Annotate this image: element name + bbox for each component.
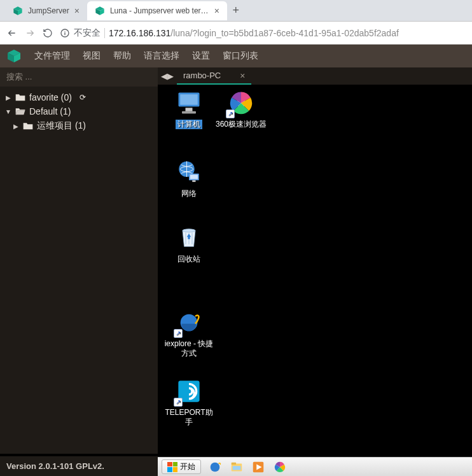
reload-button[interactable] [42, 27, 53, 39]
icon-label: 网络 [180, 189, 198, 199]
folder-open-icon [15, 107, 25, 116]
drag-handle-icon[interactable]: ◀▶ [158, 71, 177, 81]
tab-title: JumpServer [28, 6, 69, 15]
new-tab-button[interactable]: + [227, 4, 245, 17]
recycle-bin-icon [176, 225, 202, 251]
computer-icon [175, 89, 203, 117]
close-icon[interactable]: × [74, 6, 80, 16]
svg-rect-13 [180, 94, 198, 105]
icon-label: iexplore - 快捷方式 [160, 339, 218, 358]
close-icon[interactable]: × [214, 6, 219, 16]
folder-icon [23, 122, 33, 130]
svg-rect-19 [192, 180, 195, 182]
svg-rect-14 [186, 108, 193, 111]
asset-tree: ▶ favorite (0) ⟳ ▼ Default (1) ▶ 运维项目 (1… [0, 87, 158, 454]
caret-down-icon: ▼ [5, 108, 11, 115]
network-icon [176, 159, 202, 186]
menu-help[interactable]: 帮助 [113, 50, 131, 62]
shortcut-arrow-icon: ↗ [174, 329, 183, 338]
insecure-label: 不安全 [74, 27, 101, 39]
tree-node-project[interactable]: ▶ 运维项目 (1) [4, 118, 154, 134]
icon-label: 回收站 [176, 255, 202, 264]
browser-tab-jumpserver[interactable]: JumpServer × [5, 1, 87, 20]
info-icon [60, 28, 70, 38]
tree-label: 运维项目 (1) [37, 120, 86, 132]
svg-rect-18 [190, 175, 198, 179]
start-label: 开始 [180, 461, 195, 472]
desktop-icon-teleport[interactable]: ↗ TELEPORT助手 [160, 377, 218, 427]
cube-icon [13, 6, 23, 16]
menu-windows[interactable]: 窗口列表 [223, 50, 258, 62]
icon-label: 计算机 [176, 120, 202, 129]
url-host: 172.16.186.131 [109, 28, 170, 38]
session-tab-label: rambo-PC [183, 71, 221, 80]
app-logo-icon [6, 48, 22, 64]
session-tab-strip: ◀▶ rambo-PC × [158, 67, 472, 85]
icon-label: 360极速浏览器 [214, 120, 268, 129]
version-text: Version 2.0.1-101 GPLv2. [0, 454, 158, 476]
svg-point-20 [183, 229, 195, 232]
app-menu-bar: 文件管理 视图 帮助 语言选择 设置 窗口列表 [0, 45, 472, 67]
svg-point-24 [211, 462, 220, 472]
content-area: ◀▶ rambo-PC × 计算机 网络 [158, 67, 472, 476]
desktop-icon-360browser[interactable]: ↗ 360极速浏览器 [212, 89, 270, 129]
cube-icon [95, 6, 105, 16]
svg-rect-27 [233, 466, 241, 470]
session-tab[interactable]: rambo-PC × [177, 67, 251, 85]
tree-node-default[interactable]: ▼ Default (1) [4, 104, 154, 118]
svg-rect-15 [182, 111, 196, 114]
remote-desktop[interactable]: 计算机 网络 回收站 ↗ [158, 85, 472, 476]
taskbar-360-icon[interactable] [272, 459, 288, 475]
search-input[interactable]: 搜索 ... [0, 67, 158, 87]
menu-file-manage[interactable]: 文件管理 [34, 50, 70, 62]
menu-language[interactable]: 语言选择 [144, 50, 179, 62]
shortcut-arrow-icon: ↗ [174, 398, 183, 407]
tree-label: favorite (0) [29, 92, 72, 102]
forward-button[interactable] [24, 27, 36, 39]
url-path: /luna/?login_to=b5bd1a87-6ceb-41d1-95a1-… [170, 28, 398, 38]
taskbar-ie-icon[interactable] [207, 459, 223, 475]
icon-label: TELEPORT助手 [160, 408, 218, 427]
close-icon[interactable]: × [240, 71, 245, 81]
caret-right-icon: ▶ [13, 123, 19, 130]
sidebar: 搜索 ... ▶ favorite (0) ⟳ ▼ Default (1) ▶ … [0, 67, 158, 476]
caret-right-icon: ▶ [5, 94, 11, 101]
url-field[interactable]: 不安全 172.16.186.131/luna/?login_to=b5bd1a… [60, 27, 466, 39]
taskbar-media-icon[interactable] [251, 459, 266, 475]
taskbar: 开始 [158, 457, 472, 476]
desktop-icon-recycle[interactable]: 回收站 [160, 224, 218, 264]
shortcut-arrow-icon: ↗ [226, 109, 235, 118]
desktop-icon-iexplore[interactable]: ↗ iexplore - 快捷方式 [160, 309, 218, 358]
start-button[interactable]: 开始 [162, 459, 201, 474]
desktop-icon-computer[interactable]: 计算机 [160, 89, 218, 129]
menu-settings[interactable]: 设置 [192, 50, 210, 62]
menu-view[interactable]: 视图 [83, 50, 101, 62]
windows-logo-icon [167, 462, 177, 472]
separator [104, 28, 105, 38]
taskbar-explorer-icon[interactable] [229, 459, 244, 475]
tab-title: Luna - Jumpserver web termin [110, 6, 209, 15]
browser-tab-strip: JumpServer × Luna - Jumpserver web termi… [0, 0, 472, 22]
tree-node-favorite[interactable]: ▶ favorite (0) ⟳ [4, 90, 154, 104]
back-button[interactable] [6, 27, 18, 39]
desktop-icon-network[interactable]: 网络 [160, 158, 218, 199]
refresh-icon[interactable]: ⟳ [80, 93, 86, 102]
tree-label: Default (1) [29, 106, 71, 116]
address-bar: 不安全 172.16.186.131/luna/?login_to=b5bd1a… [0, 22, 472, 45]
browser-tab-luna[interactable]: Luna - Jumpserver web termin × [87, 1, 227, 20]
folder-icon [15, 93, 25, 102]
svg-rect-26 [232, 462, 236, 465]
